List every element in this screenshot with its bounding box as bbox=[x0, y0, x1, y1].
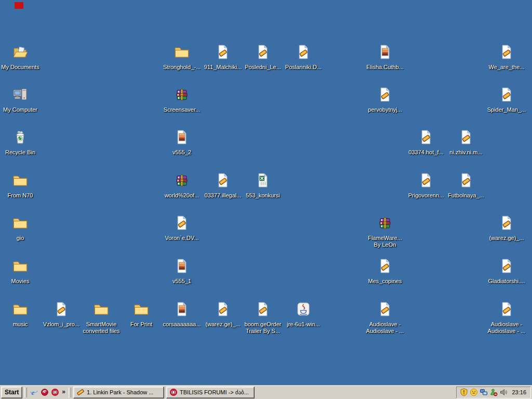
desktop-icon[interactable]: gio bbox=[0, 215, 45, 242]
start-button-label: Start bbox=[5, 389, 19, 396]
desktop-icon[interactable]: v555_2 bbox=[157, 129, 207, 156]
winamp-file-icon bbox=[498, 44, 515, 60]
desktop-icon[interactable]: My Computer bbox=[0, 86, 45, 113]
desktop-icon[interactable]: v555_1 bbox=[157, 258, 207, 285]
desktop-icon[interactable]: We_are_the... bbox=[482, 44, 531, 71]
desktop-icon-label: Gladiatorshi.... bbox=[482, 278, 531, 285]
rar-archive-icon bbox=[174, 172, 190, 189]
taskbar-window-button[interactable]: 1. Linkin Park - Shadow ... bbox=[73, 387, 164, 398]
desktop-icon-label: v555_1 bbox=[157, 278, 207, 285]
desktop-icon[interactable]: Movies bbox=[0, 258, 45, 285]
svg-text:e: e bbox=[32, 389, 35, 396]
download-master-icon[interactable] bbox=[39, 387, 50, 397]
folder-icon bbox=[93, 301, 110, 317]
desktop: My DocumentsMy ComputerRecycle BinFrom N… bbox=[0, 0, 532, 399]
image-file-icon bbox=[174, 301, 190, 317]
desktop-icon[interactable]: Screensaver... bbox=[157, 86, 207, 113]
shield-warning-icon[interactable] bbox=[460, 388, 468, 396]
winamp-file-icon bbox=[418, 129, 434, 145]
opera-icon bbox=[169, 388, 178, 396]
desktop-icon-label: Recycle Bin bbox=[0, 149, 45, 156]
start-button[interactable]: Start bbox=[1, 387, 22, 398]
desktop-icon[interactable]: ni.zhiv.ni.m... bbox=[441, 129, 491, 156]
internet-explorer-icon[interactable]: e bbox=[29, 387, 39, 397]
taskbar-window-title: TBILISIS FORUMI -> ძაბ... bbox=[180, 389, 249, 396]
desktop-icon[interactable]: (warez.ge)_... bbox=[482, 215, 531, 242]
desktop-icon[interactable]: Futbolnaya_... bbox=[441, 172, 491, 199]
quick-launch-handle[interactable] bbox=[24, 388, 27, 397]
desktop-icon[interactable]: jre-6u1-win... bbox=[278, 301, 328, 328]
rar-archive-icon bbox=[377, 215, 393, 231]
network-icon[interactable] bbox=[480, 388, 488, 396]
desktop-icon[interactable]: Gladiatorshi.... bbox=[482, 258, 531, 285]
desktop-icon-label: Audioslave - Audioslave - ... bbox=[360, 321, 410, 335]
desktop-icon-label: jre-6u1-win... bbox=[278, 321, 328, 328]
folder-icon bbox=[12, 301, 29, 317]
desktop-icon-label: pervobytnyj... bbox=[360, 107, 410, 113]
quick-launch-overflow-chevron[interactable]: » bbox=[62, 388, 66, 396]
winamp-file-icon bbox=[418, 172, 434, 189]
winamp-icon bbox=[76, 388, 85, 396]
desktop-icon-label: v555_2 bbox=[157, 149, 207, 156]
excel-file-icon bbox=[255, 172, 271, 189]
desktop-icon-label: FlameWare... By LeOn bbox=[360, 235, 410, 248]
desktop-icon-label: Futbolnaya_... bbox=[441, 192, 491, 199]
desktop-icon-label: My Computer bbox=[0, 107, 45, 113]
winamp-file-icon bbox=[377, 258, 393, 274]
desktop-icon-label: We_are_the... bbox=[482, 64, 531, 71]
desktop-icon[interactable]: Audioslave - Audioslave - ... bbox=[482, 301, 531, 335]
tray-clock: 23:16 bbox=[512, 389, 526, 395]
desktop-icon-label: From N70 bbox=[0, 192, 45, 199]
taskbar-window-title: 1. Linkin Park - Shadow ... bbox=[87, 389, 153, 395]
desktop-icon-label: Audioslave - Audioslave - ... bbox=[482, 321, 531, 335]
winamp-file-icon bbox=[215, 172, 231, 189]
smiley-icon[interactable] bbox=[470, 388, 478, 396]
opera-icon[interactable] bbox=[50, 387, 60, 397]
desktop-icon-label: Screensaver... bbox=[157, 107, 207, 113]
winamp-file-icon bbox=[53, 301, 70, 317]
winamp-file-icon bbox=[377, 301, 393, 317]
desktop-icon[interactable]: From N70 bbox=[0, 172, 45, 199]
winamp-file-icon bbox=[174, 215, 190, 231]
winamp-file-icon bbox=[498, 86, 515, 103]
folder-open-icon bbox=[12, 44, 29, 60]
desktop-icon-label: 553_konkursi bbox=[238, 192, 288, 199]
taskbar-window-button[interactable]: TBILISIS FORUMI -> ძაბ... bbox=[166, 387, 255, 398]
desktop-icon-label: gio bbox=[0, 235, 45, 242]
desktop-icon[interactable]: FlameWare... By LeOn bbox=[360, 215, 410, 248]
desktop-icon-label: Spider_Man_... bbox=[482, 107, 531, 113]
desktop-icon[interactable]: 553_konkursi bbox=[238, 172, 288, 199]
task-area-handle[interactable] bbox=[69, 388, 71, 397]
winamp-file-icon bbox=[458, 129, 474, 145]
desktop-icon[interactable]: Audioslave - Audioslave - ... bbox=[360, 301, 410, 335]
desktop-icon[interactable]: Poslanniki.D... bbox=[278, 44, 328, 71]
desktop-icon[interactable]: Mes_copines bbox=[360, 258, 410, 285]
volume-icon[interactable] bbox=[499, 388, 508, 396]
image-file-icon bbox=[174, 129, 190, 145]
winamp-file-icon bbox=[255, 44, 271, 60]
desktop-icon[interactable]: pervobytnyj... bbox=[360, 86, 410, 113]
winamp-file-icon bbox=[255, 301, 271, 317]
taskbar: Start e » 1. Linkin Park - Shadow ...TBI… bbox=[0, 385, 532, 399]
winamp-file-icon bbox=[498, 301, 515, 317]
desktop-icon-label: My Documents bbox=[0, 64, 45, 71]
desktop-icon[interactable]: Elisha.Cuthb... bbox=[360, 44, 410, 71]
desktop-icon[interactable]: Voron`e.DV... bbox=[157, 215, 207, 242]
winamp-file-icon bbox=[498, 215, 515, 231]
taskbar-windows: 1. Linkin Park - Shadow ...TBILISIS FORU… bbox=[73, 387, 255, 398]
desktop-icon[interactable]: Spider_Man_... bbox=[482, 86, 531, 113]
folder-icon bbox=[12, 215, 29, 231]
folder-icon bbox=[133, 301, 150, 317]
winamp-file-icon bbox=[295, 44, 312, 60]
desktop-icon-label: Mes_copines bbox=[360, 278, 410, 285]
desktop-icon[interactable]: My Documents bbox=[0, 44, 45, 71]
recycle-bin-icon bbox=[12, 129, 29, 145]
winamp-file-icon bbox=[215, 44, 231, 60]
system-tray: 23:16 bbox=[456, 387, 531, 398]
messenger-busy-icon[interactable] bbox=[489, 388, 498, 396]
folder-icon bbox=[12, 258, 29, 274]
folder-icon bbox=[12, 172, 29, 189]
red-marker bbox=[15, 2, 23, 9]
winamp-file-icon bbox=[377, 86, 393, 103]
desktop-icon[interactable]: Recycle Bin bbox=[0, 129, 45, 156]
